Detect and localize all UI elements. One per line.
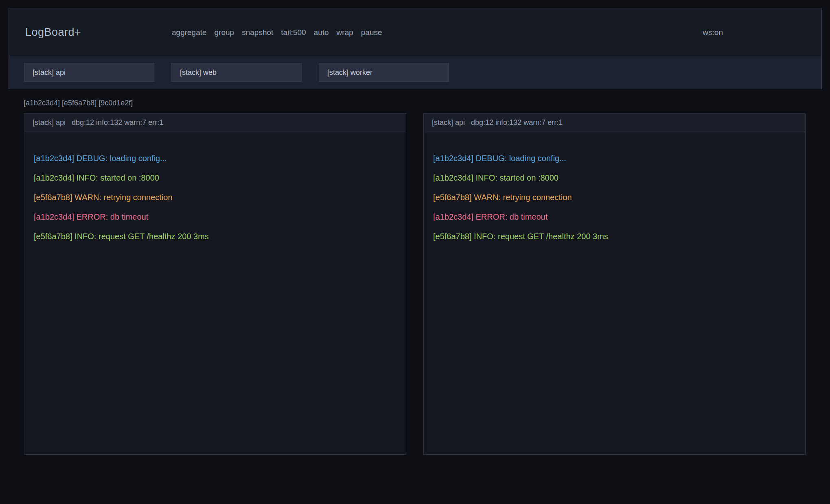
- toolbar-auto[interactable]: auto: [314, 28, 329, 37]
- websocket-status: ws:on: [703, 28, 723, 37]
- log-line: [a1b2c3d4] DEBUG: loading config...: [34, 148, 398, 168]
- toolbar-snapshot[interactable]: snapshot: [242, 28, 273, 37]
- log-line: [a1b2c3d4] INFO: started on :8000: [433, 168, 797, 188]
- toolbar-wrap[interactable]: wrap: [337, 28, 353, 37]
- log-line: [a1b2c3d4] INFO: started on :8000: [34, 168, 398, 188]
- toolbar-pause[interactable]: pause: [361, 28, 382, 37]
- stack-tabs-row: [stack] api [stack] web [stack] worker: [9, 56, 821, 89]
- panel-source-label: [stack] api: [33, 118, 66, 127]
- panel-log-body[interactable]: [a1b2c3d4] DEBUG: loading config... [a1b…: [424, 132, 805, 246]
- log-panel-right: [stack] api dbg:12 info:132 warn:7 err:1…: [423, 113, 806, 455]
- log-line: [a1b2c3d4] ERROR: db timeout: [433, 207, 797, 227]
- panel-header: [stack] api dbg:12 info:132 warn:7 err:1: [424, 113, 805, 132]
- log-line: [e5f6a7b8] WARN: retrying connection: [34, 188, 398, 207]
- app-title: LogBoard+: [25, 26, 81, 39]
- panel-level-counts: dbg:12 info:132 warn:7 err:1: [72, 118, 163, 127]
- toolbar-tail[interactable]: tail:500: [281, 28, 306, 37]
- log-line: [e5f6a7b8] INFO: request GET /healthz 20…: [433, 227, 797, 246]
- panel-source-label: [stack] api: [432, 118, 465, 127]
- header-container: LogBoard+ aggregate group snapshot tail:…: [9, 9, 822, 89]
- toolbar-aggregate[interactable]: aggregate: [172, 28, 207, 37]
- log-line: [a1b2c3d4] DEBUG: loading config...: [433, 148, 797, 168]
- log-line: [e5f6a7b8] INFO: request GET /healthz 20…: [34, 227, 398, 246]
- panel-level-counts: dbg:12 info:132 warn:7 err:1: [471, 118, 563, 127]
- top-bar: LogBoard+ aggregate group snapshot tail:…: [9, 9, 821, 56]
- toolbar-group[interactable]: group: [215, 28, 234, 37]
- log-line: [a1b2c3d4] ERROR: db timeout: [34, 207, 398, 227]
- stack-tab-label: [stack] api: [33, 68, 66, 77]
- toolbar: aggregate group snapshot tail:500 auto w…: [172, 28, 382, 37]
- log-line: [e5f6a7b8] WARN: retrying connection: [433, 188, 797, 207]
- log-panel-left: [stack] api dbg:12 info:132 warn:7 err:1…: [24, 113, 406, 455]
- stack-tab-web[interactable]: [stack] web: [171, 63, 302, 82]
- stack-tab-label: [stack] web: [180, 68, 217, 77]
- log-panels: [stack] api dbg:12 info:132 warn:7 err:1…: [24, 113, 806, 455]
- stack-tab-worker[interactable]: [stack] worker: [319, 63, 449, 82]
- stack-tab-api[interactable]: [stack] api: [24, 63, 154, 82]
- panel-log-body[interactable]: [a1b2c3d4] DEBUG: loading config... [a1b…: [24, 132, 406, 246]
- breadcrumb: [a1b2c3d4] [e5f6a7b8] [9c0d1e2f]: [24, 99, 133, 107]
- panel-header: [stack] api dbg:12 info:132 warn:7 err:1: [24, 113, 406, 132]
- stack-tab-label: [stack] worker: [327, 68, 372, 77]
